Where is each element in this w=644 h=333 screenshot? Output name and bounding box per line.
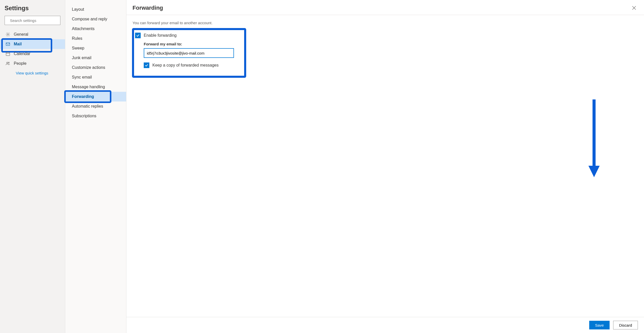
check-icon [145,63,148,67]
main-footer: Save Discard [126,317,644,333]
check-icon [136,34,140,37]
people-icon [6,61,10,66]
gear-icon [6,32,10,37]
subnav-rules[interactable]: Rules [65,34,126,43]
keep-copy-checkbox[interactable] [144,62,149,68]
category-mail[interactable]: Mail [0,39,65,49]
forward-to-label: Forward my email to: [144,42,240,46]
svg-point-2 [7,34,8,35]
page-title: Forwarding [133,5,163,11]
main-panel: Forwarding You can forward your email to… [126,0,644,333]
settings-sidebar: Settings General Mail Calendar [0,0,65,333]
main-header: Forwarding [126,0,644,15]
view-quick-settings-link[interactable]: View quick settings [0,68,65,78]
category-general[interactable]: General [0,30,65,39]
category-people[interactable]: People [0,59,65,68]
subnav-compose[interactable]: Compose and reply [65,14,126,24]
subnav-sync[interactable]: Sync email [65,72,126,82]
subnav-attachments[interactable]: Attachments [65,24,126,34]
svg-point-9 [8,62,9,63]
category-label: Mail [14,42,22,46]
svg-point-8 [7,62,8,63]
save-button[interactable]: Save [589,321,610,329]
search-settings[interactable] [5,16,60,25]
subnav-customize[interactable]: Customize actions [65,63,126,72]
enable-forwarding-checkbox[interactable] [135,33,141,38]
settings-title: Settings [0,5,65,16]
enable-forwarding-row[interactable]: Enable forwarding [135,33,240,38]
subnav-sweep[interactable]: Sweep [65,43,126,53]
category-label: Calendar [14,52,30,56]
subnav-forwarding[interactable]: Forwarding [65,92,126,101]
main-body: You can forward your email to another ac… [126,15,644,317]
enable-forwarding-label: Enable forwarding [144,33,177,38]
subnav-junk[interactable]: Junk email [65,53,126,63]
keep-copy-row[interactable]: Keep a copy of forwarded messages [144,62,240,68]
subnav-label: Forwarding [72,94,94,99]
calendar-icon [6,52,10,56]
subnav-layout[interactable]: Layout [65,5,126,14]
close-icon[interactable] [632,6,636,10]
subnav-subscriptions[interactable]: Subscriptions [65,111,126,121]
svg-rect-4 [6,53,10,56]
forwarding-group: Enable forwarding Forward my email to: K… [133,29,245,77]
category-calendar[interactable]: Calendar [0,49,65,59]
subnav-autoreply[interactable]: Automatic replies [65,101,126,111]
search-input[interactable] [10,18,58,23]
category-list: General Mail Calendar People View quick … [0,30,65,78]
mail-icon [6,42,10,46]
category-label: People [14,61,27,66]
keep-copy-label: Keep a copy of forwarded messages [152,63,219,68]
intro-text: You can forward your email to another ac… [133,21,638,25]
forward-to-input[interactable] [144,48,234,58]
svg-rect-3 [6,43,10,46]
discard-button[interactable]: Discard [613,321,638,329]
mail-subnav: Layout Compose and reply Attachments Rul… [65,0,126,333]
category-label: General [14,32,28,37]
subnav-handling[interactable]: Message handling [65,82,126,92]
